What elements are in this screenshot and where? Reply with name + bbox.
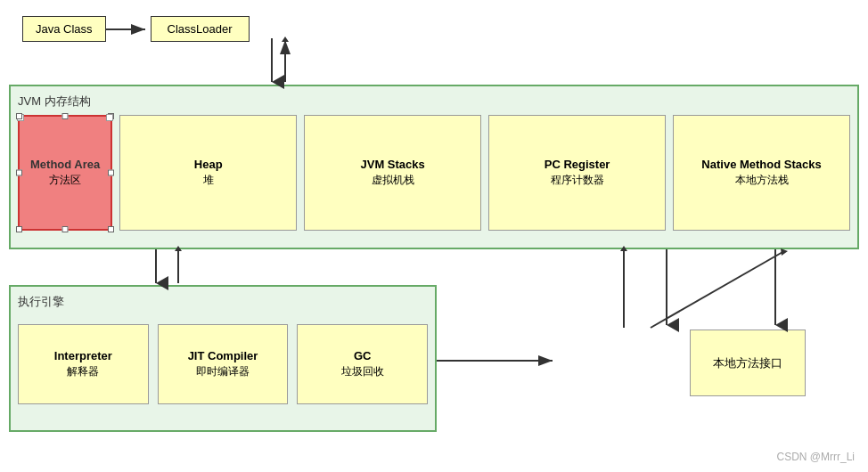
svg-marker-11 [282,37,289,42]
arrow-to-classloader [106,20,151,38]
native-interface-box: 本地方法接口 [690,330,806,396]
jvm-label: JVM 内存结构 [18,94,850,110]
method-area-title: Method Area [30,158,100,171]
watermark: CSDN @Mrrr_Li [776,451,855,463]
handle-bm [62,226,69,232]
handle-ml [16,170,22,176]
heap-subtitle: 堆 [203,173,214,188]
jvm-stacks-box: JVM Stacks 虚拟机栈 [304,115,481,231]
gc-box: GC 垃圾回收 [297,324,428,404]
svg-marker-19 [781,248,788,256]
java-class-label: Java Class [36,22,93,36]
jit-subtitle: 即时编译器 [196,364,250,379]
exec-label: 执行引擎 [18,294,428,310]
handle-br [108,226,114,232]
jit-box: JIT Compiler 即时编译器 [158,324,289,404]
exec-engine-box: 执行引擎 Interpreter 解释器 JIT Compiler 即时编译器 … [9,285,437,432]
heap-title: Heap [194,158,223,171]
jit-title: JIT Compiler [188,349,258,362]
exec-components: Interpreter 解释器 JIT Compiler 即时编译器 GC 垃圾… [18,315,428,413]
interpreter-title: Interpreter [54,349,112,362]
top-row: Java Class ClassLoader [22,16,250,42]
interpreter-subtitle: 解释器 [67,364,99,379]
jvm-memory-box: JVM 内存结构 Method Area 方法区 Heap 堆 [9,85,859,249]
handle-tr [108,113,114,119]
handle-tl [16,113,22,119]
method-area-subtitle: 方法区 [49,173,81,188]
gc-subtitle: 垃圾回收 [341,364,384,379]
handle-tm [62,113,69,119]
native-interface-label: 本地方法接口 [713,355,782,371]
svg-line-18 [651,251,784,328]
pc-register-subtitle: 程序计数器 [551,173,604,188]
classloader-label: ClassLoader [168,22,233,36]
handle-mr [108,170,114,176]
diagram-container: Java Class ClassLoader JVM 内存结构 [0,0,868,472]
jvm-stacks-title: JVM Stacks [361,158,425,171]
native-stacks-title: Native Method Stacks [701,158,821,171]
method-area-box: Method Area 方法区 [18,115,112,231]
interpreter-box: Interpreter 解释器 [18,324,149,404]
native-stacks-subtitle: 本地方法栈 [735,173,789,188]
jvm-stacks-subtitle: 虚拟机栈 [372,173,414,188]
java-class-box: Java Class [22,16,106,42]
pc-register-box: PC Register 程序计数器 [488,115,666,231]
pc-register-title: PC Register [545,158,610,171]
handle-bl [16,226,22,232]
jvm-components: Method Area 方法区 Heap 堆 JVM Stacks 虚拟机栈 P… [18,115,850,231]
classloader-box: ClassLoader [151,16,250,42]
native-stacks-box: Native Method Stacks 本地方法栈 [673,115,850,231]
gc-title: GC [354,349,372,362]
heap-box: Heap 堆 [119,115,297,231]
